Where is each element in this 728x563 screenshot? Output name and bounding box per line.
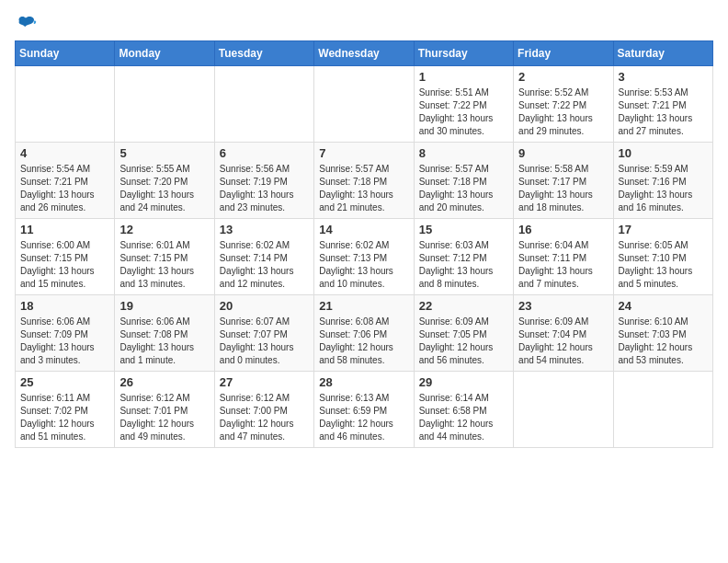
- day-number: 3: [619, 70, 708, 84]
- weekday-header-sunday: Sunday: [16, 41, 115, 66]
- day-info: Sunrise: 6:06 AM Sunset: 7:08 PM Dayligh…: [119, 316, 209, 367]
- day-info: Sunrise: 6:14 AM Sunset: 6:58 PM Dayligh…: [419, 392, 508, 443]
- calendar-cell: 29Sunrise: 6:14 AM Sunset: 6:58 PM Dayli…: [414, 372, 513, 448]
- day-number: 23: [518, 299, 608, 313]
- day-info: Sunrise: 6:07 AM Sunset: 7:07 PM Dayligh…: [220, 316, 309, 367]
- day-number: 19: [119, 299, 209, 313]
- calendar-cell: [214, 66, 313, 143]
- calendar-cell: 6Sunrise: 5:56 AM Sunset: 7:19 PM Daylig…: [214, 143, 313, 219]
- calendar-cell: 15Sunrise: 6:03 AM Sunset: 7:12 PM Dayli…: [414, 219, 513, 295]
- week-row-1: 1Sunrise: 5:51 AM Sunset: 7:22 PM Daylig…: [16, 66, 713, 143]
- weekday-header-row: SundayMondayTuesdayWednesdayThursdayFrid…: [16, 41, 713, 66]
- calendar-cell: 19Sunrise: 6:06 AM Sunset: 7:08 PM Dayli…: [115, 295, 214, 372]
- weekday-header-tuesday: Tuesday: [214, 41, 313, 66]
- calendar-cell: 2Sunrise: 5:52 AM Sunset: 7:22 PM Daylig…: [514, 66, 613, 143]
- day-number: 13: [220, 223, 309, 236]
- day-info: Sunrise: 5:55 AM Sunset: 7:20 PM Dayligh…: [119, 163, 209, 214]
- calendar-cell: 9Sunrise: 5:58 AM Sunset: 7:17 PM Daylig…: [514, 143, 613, 219]
- calendar-cell: 18Sunrise: 6:06 AM Sunset: 7:09 PM Dayli…: [16, 295, 115, 372]
- header: [15, 15, 713, 33]
- day-info: Sunrise: 6:00 AM Sunset: 7:15 PM Dayligh…: [20, 239, 109, 291]
- weekday-header-saturday: Saturday: [613, 41, 712, 66]
- day-number: 26: [119, 375, 209, 389]
- calendar-cell: 11Sunrise: 6:00 AM Sunset: 7:15 PM Dayli…: [16, 219, 115, 295]
- day-info: Sunrise: 6:05 AM Sunset: 7:10 PM Dayligh…: [619, 239, 708, 291]
- calendar-cell: 26Sunrise: 6:12 AM Sunset: 7:01 PM Dayli…: [115, 372, 214, 448]
- calendar-cell: 1Sunrise: 5:51 AM Sunset: 7:22 PM Daylig…: [414, 66, 513, 143]
- day-info: Sunrise: 6:10 AM Sunset: 7:03 PM Dayligh…: [619, 316, 708, 367]
- day-number: 22: [419, 299, 508, 313]
- weekday-header-thursday: Thursday: [414, 41, 513, 66]
- day-number: 14: [319, 223, 408, 236]
- day-number: 2: [518, 70, 608, 84]
- calendar-cell: 8Sunrise: 5:57 AM Sunset: 7:18 PM Daylig…: [414, 143, 513, 219]
- calendar-cell: 27Sunrise: 6:12 AM Sunset: 7:00 PM Dayli…: [214, 372, 313, 448]
- day-info: Sunrise: 6:09 AM Sunset: 7:04 PM Dayligh…: [518, 316, 608, 367]
- calendar-cell: 17Sunrise: 6:05 AM Sunset: 7:10 PM Dayli…: [613, 219, 712, 295]
- day-number: 25: [20, 375, 109, 389]
- calendar-cell: 10Sunrise: 5:59 AM Sunset: 7:16 PM Dayli…: [613, 143, 712, 219]
- day-number: 27: [220, 375, 309, 389]
- day-number: 28: [319, 375, 408, 389]
- day-info: Sunrise: 6:09 AM Sunset: 7:05 PM Dayligh…: [419, 316, 508, 367]
- day-info: Sunrise: 6:04 AM Sunset: 7:11 PM Dayligh…: [518, 239, 608, 291]
- day-number: 4: [20, 146, 109, 160]
- day-info: Sunrise: 5:57 AM Sunset: 7:18 PM Dayligh…: [319, 163, 408, 214]
- week-row-5: 25Sunrise: 6:11 AM Sunset: 7:02 PM Dayli…: [16, 372, 713, 448]
- day-info: Sunrise: 6:08 AM Sunset: 7:06 PM Dayligh…: [319, 316, 408, 367]
- week-row-3: 11Sunrise: 6:00 AM Sunset: 7:15 PM Dayli…: [16, 219, 713, 295]
- week-row-4: 18Sunrise: 6:06 AM Sunset: 7:09 PM Dayli…: [16, 295, 713, 372]
- day-number: 8: [419, 146, 508, 160]
- calendar-cell: [16, 66, 115, 143]
- logo-bird-icon: [15, 15, 37, 33]
- day-number: 15: [419, 223, 508, 236]
- day-info: Sunrise: 6:01 AM Sunset: 7:15 PM Dayligh…: [119, 239, 209, 291]
- calendar-cell: 14Sunrise: 6:02 AM Sunset: 7:13 PM Dayli…: [314, 219, 414, 295]
- day-info: Sunrise: 6:06 AM Sunset: 7:09 PM Dayligh…: [20, 316, 109, 367]
- calendar-cell: 23Sunrise: 6:09 AM Sunset: 7:04 PM Dayli…: [514, 295, 613, 372]
- calendar-cell: 3Sunrise: 5:53 AM Sunset: 7:21 PM Daylig…: [613, 66, 712, 143]
- day-number: 7: [319, 146, 408, 160]
- weekday-header-friday: Friday: [514, 41, 613, 66]
- week-row-2: 4Sunrise: 5:54 AM Sunset: 7:21 PM Daylig…: [16, 143, 713, 219]
- day-number: 24: [619, 299, 708, 313]
- calendar-cell: 13Sunrise: 6:02 AM Sunset: 7:14 PM Dayli…: [214, 219, 313, 295]
- day-info: Sunrise: 5:53 AM Sunset: 7:21 PM Dayligh…: [619, 86, 708, 138]
- calendar-cell: 21Sunrise: 6:08 AM Sunset: 7:06 PM Dayli…: [314, 295, 414, 372]
- day-number: 29: [419, 375, 508, 389]
- day-info: Sunrise: 6:12 AM Sunset: 7:00 PM Dayligh…: [220, 392, 309, 443]
- day-info: Sunrise: 6:03 AM Sunset: 7:12 PM Dayligh…: [419, 239, 508, 291]
- day-number: 17: [619, 223, 708, 236]
- day-number: 16: [518, 223, 608, 236]
- day-info: Sunrise: 5:59 AM Sunset: 7:16 PM Dayligh…: [619, 163, 708, 214]
- calendar: SundayMondayTuesdayWednesdayThursdayFrid…: [15, 40, 713, 448]
- calendar-cell: 25Sunrise: 6:11 AM Sunset: 7:02 PM Dayli…: [16, 372, 115, 448]
- day-number: 12: [119, 223, 209, 236]
- calendar-cell: 20Sunrise: 6:07 AM Sunset: 7:07 PM Dayli…: [214, 295, 313, 372]
- day-number: 1: [419, 70, 508, 84]
- calendar-cell: 12Sunrise: 6:01 AM Sunset: 7:15 PM Dayli…: [115, 219, 214, 295]
- day-number: 10: [619, 146, 708, 160]
- calendar-cell: 16Sunrise: 6:04 AM Sunset: 7:11 PM Dayli…: [514, 219, 613, 295]
- day-number: 9: [518, 146, 608, 160]
- day-info: Sunrise: 6:02 AM Sunset: 7:14 PM Dayligh…: [220, 239, 309, 291]
- day-info: Sunrise: 6:13 AM Sunset: 6:59 PM Dayligh…: [319, 392, 408, 443]
- weekday-header-monday: Monday: [115, 41, 214, 66]
- calendar-cell: 5Sunrise: 5:55 AM Sunset: 7:20 PM Daylig…: [115, 143, 214, 219]
- day-number: 21: [319, 299, 408, 313]
- day-info: Sunrise: 5:56 AM Sunset: 7:19 PM Dayligh…: [220, 163, 309, 214]
- calendar-cell: [613, 372, 712, 448]
- day-number: 6: [220, 146, 309, 160]
- calendar-cell: [314, 66, 414, 143]
- calendar-cell: [514, 372, 613, 448]
- calendar-cell: [115, 66, 214, 143]
- calendar-cell: 28Sunrise: 6:13 AM Sunset: 6:59 PM Dayli…: [314, 372, 414, 448]
- day-number: 20: [220, 299, 309, 313]
- calendar-cell: 4Sunrise: 5:54 AM Sunset: 7:21 PM Daylig…: [16, 143, 115, 219]
- day-info: Sunrise: 5:58 AM Sunset: 7:17 PM Dayligh…: [518, 163, 608, 214]
- day-info: Sunrise: 6:12 AM Sunset: 7:01 PM Dayligh…: [119, 392, 209, 443]
- calendar-cell: 7Sunrise: 5:57 AM Sunset: 7:18 PM Daylig…: [314, 143, 414, 219]
- day-info: Sunrise: 5:51 AM Sunset: 7:22 PM Dayligh…: [419, 86, 508, 138]
- day-number: 18: [20, 299, 109, 313]
- calendar-cell: 22Sunrise: 6:09 AM Sunset: 7:05 PM Dayli…: [414, 295, 513, 372]
